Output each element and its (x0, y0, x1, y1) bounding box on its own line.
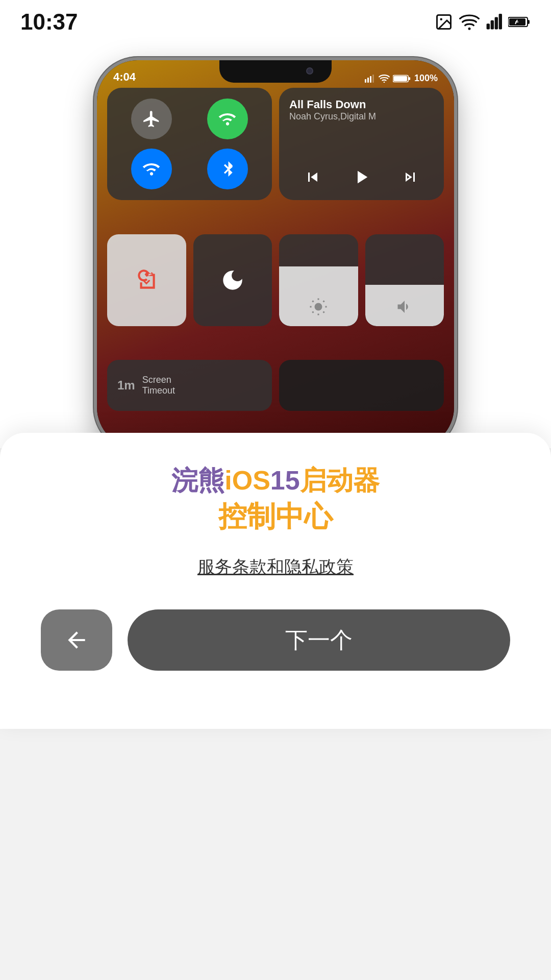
signal-icon (486, 14, 502, 30)
svg-rect-19 (393, 76, 407, 81)
svg-rect-18 (408, 77, 410, 80)
battery-icon (508, 15, 531, 29)
card-subtitle[interactable]: 服务条款和隐私政策 (197, 555, 354, 579)
bottom-card: 浣熊iOS15启动器 控制中心 服务条款和隐私政策 下一个 (0, 433, 551, 729)
cc-prev-button[interactable] (304, 168, 322, 188)
svg-line-28 (323, 301, 324, 302)
svg-line-24 (323, 311, 324, 312)
phone-signal-icon (364, 75, 375, 83)
svg-rect-3 (487, 23, 490, 29)
cc-connectivity-panel (107, 88, 272, 200)
cc-music-artist: Noah Cyrus,Digital M (289, 111, 434, 122)
phone-status-right: 100% (364, 73, 438, 84)
svg-rect-5 (495, 17, 498, 29)
phone-battery-icon (393, 75, 411, 83)
card-title-part1a: 浣熊 (171, 465, 224, 495)
cc-bot-row: 1m ScreenTimeout (107, 360, 444, 411)
card-title-part1b: iOS (224, 465, 270, 495)
phone-screen: 4:04 100% (97, 60, 454, 448)
svg-rect-6 (499, 14, 502, 29)
cc-music-controls (289, 166, 434, 190)
cc-timeout-duration: 1m (117, 378, 135, 393)
gallery-icon (435, 13, 453, 31)
back-button[interactable] (41, 609, 112, 671)
notch (219, 60, 332, 83)
phone-time: 4:04 (113, 68, 136, 84)
svg-rect-14 (370, 76, 371, 83)
card-buttons: 下一个 (41, 609, 510, 671)
card-title-part1c: 15 (270, 465, 300, 495)
status-time: 10:37 (20, 9, 78, 35)
status-icons (435, 13, 531, 31)
cc-play-button[interactable] (350, 166, 372, 190)
cc-music-panel: All Falls Down Noah Cyrus,Digital M (279, 88, 444, 200)
cc-music-info: All Falls Down Noah Cyrus,Digital M (289, 98, 434, 122)
cc-rotation-lock-button[interactable] (107, 234, 186, 326)
cc-extra-button[interactable] (279, 360, 444, 411)
svg-rect-13 (367, 78, 369, 83)
svg-point-2 (468, 28, 471, 30)
cc-next-button[interactable] (401, 168, 419, 188)
svg-line-27 (313, 311, 314, 312)
svg-rect-15 (372, 75, 374, 83)
wifi-icon (459, 14, 480, 30)
cc-do-not-disturb-button[interactable] (193, 234, 272, 326)
cc-hotspot-button[interactable] (207, 99, 248, 139)
cc-volume-slider[interactable] (365, 234, 444, 326)
next-button-label: 下一个 (285, 625, 353, 655)
notch-camera (306, 67, 313, 75)
android-status-bar: 10:37 (0, 0, 551, 40)
card-title: 浣熊iOS15启动器 控制中心 (171, 463, 379, 535)
cc-music-title: All Falls Down (289, 98, 434, 111)
svg-rect-12 (365, 79, 366, 83)
svg-rect-4 (491, 20, 494, 30)
cc-brightness-slider[interactable] (279, 234, 358, 326)
phone-mockup: 4:04 100% (97, 60, 454, 448)
phone-battery-text: 100% (414, 73, 438, 84)
phone-area: 4:04 100% (0, 40, 551, 448)
next-button[interactable]: 下一个 (128, 609, 510, 671)
svg-point-16 (384, 81, 385, 82)
svg-point-20 (315, 303, 322, 310)
volume-icon (395, 298, 414, 318)
cc-airplane-button[interactable] (131, 99, 172, 139)
cc-bluetooth-button[interactable] (207, 149, 248, 189)
card-title-line2: 控制中心 (171, 498, 379, 535)
cc-mid-row (107, 234, 444, 326)
cc-timeout-label: ScreenTimeout (142, 375, 175, 397)
svg-rect-8 (528, 20, 530, 24)
svg-point-1 (440, 18, 443, 21)
cc-screen-timeout-button[interactable]: 1m ScreenTimeout (107, 360, 272, 411)
control-center: All Falls Down Noah Cyrus,Digital M (107, 88, 444, 438)
cc-top-row: All Falls Down Noah Cyrus,Digital M (107, 88, 444, 200)
cc-wifi-button[interactable] (131, 149, 172, 189)
phone-wifi-icon (379, 75, 390, 83)
brightness-icon (309, 298, 328, 318)
svg-line-23 (313, 301, 314, 302)
card-title-part1d: 启动器 (300, 465, 380, 495)
